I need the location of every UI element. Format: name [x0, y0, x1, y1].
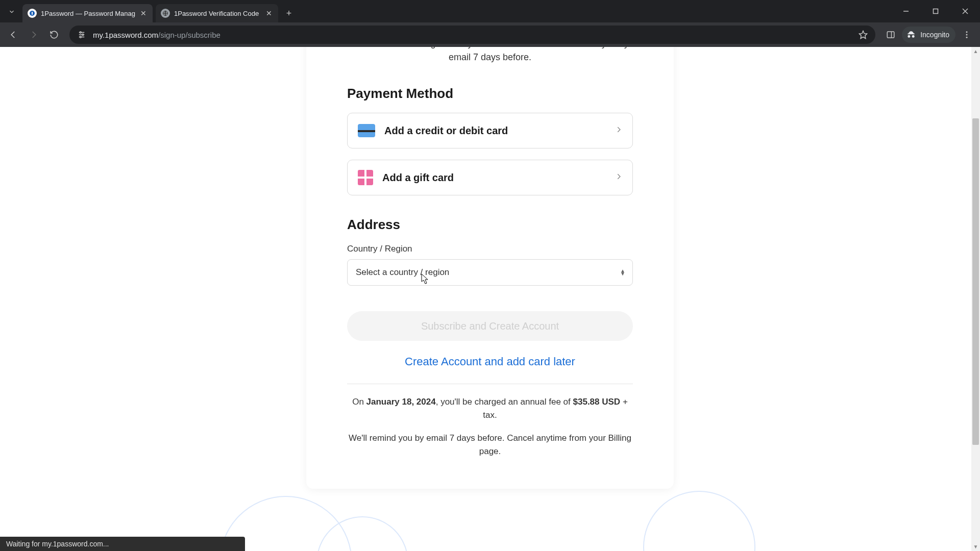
country-select[interactable]: Select a country / region ▲▼ — [347, 259, 633, 286]
billing-date: January 18, 2024 — [366, 397, 436, 407]
new-tab-button[interactable]: + — [281, 6, 297, 21]
browser-toolbar: my.1password.com/sign-up/subscribe Incog… — [0, 22, 980, 47]
svg-point-17 — [966, 34, 968, 36]
close-window-button[interactable] — [950, 0, 980, 22]
reminder-disclosure: We'll remind you by email 7 days before.… — [347, 432, 633, 459]
svg-point-16 — [966, 31, 968, 33]
subscribe-button[interactable]: Subscribe and Create Account — [347, 311, 633, 341]
maximize-button[interactable] — [921, 0, 950, 22]
svg-point-12 — [80, 36, 81, 38]
chevron-right-icon — [615, 126, 622, 135]
incognito-indicator[interactable]: Incognito — [902, 27, 955, 43]
scrollbar-thumb[interactable] — [972, 118, 979, 445]
svg-rect-4 — [934, 9, 938, 14]
browser-tab-strip: 1Password — Password Manag ✕ 1Password V… — [0, 0, 980, 22]
svg-marker-13 — [860, 31, 867, 39]
back-button[interactable] — [4, 26, 22, 44]
page-viewport: You will not be charged until your free … — [0, 47, 980, 551]
country-label: Country / Region — [347, 244, 633, 254]
add-credit-card-label: Add a credit or debit card — [384, 125, 606, 137]
address-heading: Address — [347, 217, 633, 233]
add-gift-card-label: Add a gift card — [382, 172, 606, 184]
tab-active[interactable]: 1Password — Password Manag ✕ — [22, 4, 153, 22]
url-path: /sign-up/subscribe — [158, 31, 220, 39]
svg-point-10 — [80, 32, 81, 33]
billing-disclosure: On January 18, 2024, you'll be charged a… — [347, 395, 633, 422]
tab-title: 1Password Verification Code — [174, 10, 261, 17]
status-bar: Waiting for my.1password.com... — [0, 537, 245, 551]
payment-method-heading: Payment Method — [347, 86, 633, 102]
add-credit-card-option[interactable]: Add a credit or debit card — [347, 113, 633, 148]
svg-rect-1 — [32, 12, 33, 15]
add-gift-card-option[interactable]: Add a gift card — [347, 160, 633, 195]
side-panel-icon[interactable] — [881, 26, 900, 44]
scroll-up-arrow[interactable]: ▲ — [971, 47, 980, 56]
billing-price: $35.88 USD — [573, 397, 621, 407]
chevron-right-icon — [615, 173, 622, 182]
signup-card: You will not be charged until your free … — [306, 47, 674, 489]
svg-point-11 — [82, 34, 84, 36]
create-account-later-link[interactable]: Create Account and add card later — [347, 355, 633, 368]
svg-rect-14 — [887, 32, 894, 38]
trial-notice: You will not be charged until your free … — [347, 47, 633, 64]
tab-inactive[interactable]: 1Password Verification Code ✕ — [156, 4, 278, 22]
scroll-down-arrow[interactable]: ▼ — [971, 542, 980, 551]
url-host: my.1password.com — [93, 31, 158, 39]
country-select-value: Select a country / region — [356, 267, 449, 278]
forward-button[interactable] — [24, 26, 43, 44]
window-controls — [891, 0, 980, 22]
billing-mid: , you'll be charged an annual fee of — [436, 397, 573, 407]
billing-prefix: On — [352, 397, 366, 407]
incognito-label: Incognito — [920, 31, 949, 39]
globe-favicon — [161, 9, 170, 18]
incognito-icon — [906, 30, 916, 40]
divider — [347, 384, 633, 384]
url-text: my.1password.com/sign-up/subscribe — [93, 31, 852, 39]
gift-card-icon — [358, 170, 373, 185]
address-bar[interactable]: my.1password.com/sign-up/subscribe — [69, 26, 875, 44]
onepassword-favicon — [28, 9, 37, 18]
close-icon[interactable]: ✕ — [139, 10, 148, 17]
select-caret-icon: ▲▼ — [620, 269, 625, 276]
bookmark-icon[interactable] — [857, 29, 869, 41]
close-icon[interactable]: ✕ — [265, 10, 273, 17]
vertical-scrollbar[interactable]: ▲ ▼ — [971, 47, 980, 551]
browser-menu-icon[interactable] — [958, 26, 976, 44]
credit-card-icon — [358, 124, 375, 137]
tab-title: 1Password — Password Manag — [41, 10, 135, 17]
minimize-button[interactable] — [891, 0, 921, 22]
site-settings-icon[interactable] — [76, 29, 88, 41]
tab-search-dropdown[interactable] — [3, 3, 20, 20]
svg-point-18 — [966, 37, 968, 38]
reload-button[interactable] — [45, 26, 63, 44]
